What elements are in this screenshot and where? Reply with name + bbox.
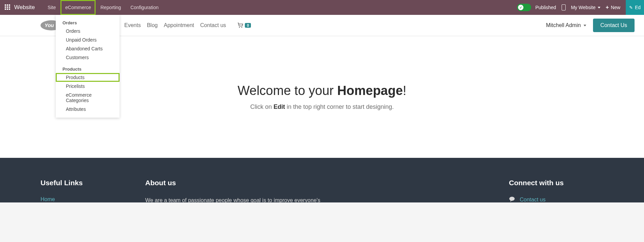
dropdown-item-customers[interactable]: Customers xyxy=(56,53,120,62)
user-menu[interactable]: Mitchell Admin xyxy=(546,22,586,28)
dropdown-item-orders[interactable]: Orders xyxy=(56,27,120,35)
site-nav-contact[interactable]: Contact us xyxy=(200,22,226,28)
ecommerce-dropdown: Orders Orders Unpaid Orders Abandoned Ca… xyxy=(56,15,120,118)
dropdown-item-ecommerce-categories[interactable]: eCommerce Categories xyxy=(56,91,120,105)
published-label: Published xyxy=(535,5,556,10)
dropdown-item-attributes[interactable]: Attributes xyxy=(56,105,120,114)
nav-reporting[interactable]: Reporting xyxy=(96,0,126,15)
dropdown-item-products[interactable]: Products xyxy=(56,73,120,82)
nav-site[interactable]: Site xyxy=(43,0,60,15)
site-nav-appointment[interactable]: Appointment xyxy=(164,22,194,28)
dropdown-header-orders: Orders xyxy=(56,18,120,27)
cart-count-badge: 0 xyxy=(245,23,251,28)
mobile-icon[interactable] xyxy=(562,4,566,10)
dropdown-header-products: Products xyxy=(56,65,120,73)
footer: Useful Links Home About us We are a team… xyxy=(0,158,644,202)
svg-text:You: You xyxy=(45,22,54,28)
apps-icon[interactable] xyxy=(5,4,11,10)
edit-button[interactable]: ✎ Ed xyxy=(626,0,644,15)
dropdown-item-abandoned-carts[interactable]: Abandoned Carts xyxy=(56,44,120,53)
svg-point-3 xyxy=(241,27,242,28)
svg-point-2 xyxy=(239,27,240,28)
footer-contact-link[interactable]: Contact us xyxy=(520,197,545,202)
speech-bubble-icon xyxy=(509,196,515,202)
footer-links-title: Useful Links xyxy=(41,179,108,187)
svg-point-4 xyxy=(509,197,515,201)
pencil-icon: ✎ xyxy=(629,5,633,10)
published-toggle[interactable]: ✓ Published xyxy=(517,4,556,11)
dropdown-item-pricelists[interactable]: Pricelists xyxy=(56,82,120,91)
new-button[interactable]: + New xyxy=(606,4,620,10)
footer-connect-title: Connect with us xyxy=(509,179,603,187)
nav-configuration[interactable]: Configuration xyxy=(126,0,163,15)
cart-icon xyxy=(237,23,243,28)
top-bar: Website Site eCommerce Reporting Configu… xyxy=(0,0,644,15)
site-nav-blog[interactable]: Blog xyxy=(147,22,158,28)
footer-connect: Connect with us Contact us xyxy=(509,179,603,202)
check-icon: ✓ xyxy=(518,5,523,10)
footer-about-text: We are a team of passionate people whose… xyxy=(145,196,328,202)
footer-about-title: About us xyxy=(145,179,328,187)
footer-link-home[interactable]: Home xyxy=(41,196,55,202)
plus-icon: + xyxy=(606,4,609,10)
caret-down-icon xyxy=(598,7,600,8)
footer-links: Useful Links Home xyxy=(41,179,108,202)
my-website-dropdown[interactable]: My Website xyxy=(571,5,600,10)
footer-about: About us We are a team of passionate peo… xyxy=(145,179,328,202)
app-brand[interactable]: Website xyxy=(14,4,35,11)
site-nav-events[interactable]: Events xyxy=(124,22,141,28)
caret-down-icon xyxy=(584,25,586,26)
nav-ecommerce[interactable]: eCommerce xyxy=(60,0,96,15)
dropdown-item-unpaid-orders[interactable]: Unpaid Orders xyxy=(56,35,120,44)
site-nav: Events Blog Appointment Contact us xyxy=(124,22,226,28)
cart-button[interactable]: 0 xyxy=(237,23,251,28)
contact-us-button[interactable]: Contact Us xyxy=(593,19,635,32)
